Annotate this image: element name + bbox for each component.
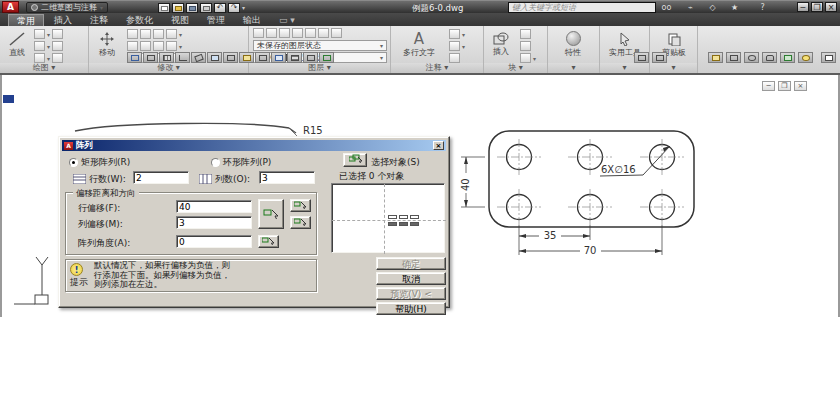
clean-screen-button[interactable] (821, 52, 836, 63)
utilities-panel-caret[interactable]: ▾ (600, 63, 649, 73)
move-button[interactable]: 移动 (92, 28, 122, 61)
app-close-button[interactable]: × (825, 2, 837, 12)
select-objects-pick-button[interactable] (343, 153, 367, 167)
ribbon-minimize-icon[interactable]: ▭ ▾ (271, 14, 303, 26)
drawing-restore-button[interactable]: ❐ (778, 81, 791, 91)
erase-icon[interactable] (127, 41, 138, 51)
polar-tracking-button[interactable] (191, 52, 206, 63)
undo-icon[interactable]: ↶ (214, 3, 226, 13)
block-panel-label[interactable]: 块 ▾ (484, 63, 547, 73)
save-icon[interactable] (186, 3, 198, 13)
app-minimize-button[interactable]: ─ (797, 2, 809, 12)
redo-icon[interactable]: ↷ (228, 3, 240, 13)
create-block-icon[interactable] (520, 29, 531, 39)
properties-button[interactable]: 特性 (552, 27, 594, 62)
edit-block-icon[interactable] (520, 41, 531, 51)
cols-input[interactable]: 3 (259, 171, 315, 184)
qat-caret-icon[interactable]: ▾ (242, 4, 245, 11)
polar-array-radio[interactable]: 环形阵列(P) (211, 156, 271, 169)
lineweight-button[interactable] (287, 52, 302, 63)
circle-tools[interactable]: ▾ (34, 41, 63, 51)
edit-block-tools[interactable] (520, 41, 531, 51)
annotation-autoscale-icon[interactable] (726, 52, 741, 63)
preview-button[interactable]: 预览(V) < (376, 287, 446, 300)
clipboard-panel-caret[interactable]: ▾ (650, 63, 697, 73)
rows-input[interactable]: 2 (133, 171, 189, 184)
search-input[interactable]: 键入关键字或短语 (508, 2, 656, 13)
caret-icon[interactable]: ▾ (47, 55, 50, 62)
draw-panel-label[interactable]: 绘图 ▾ (0, 63, 88, 73)
array-icon[interactable] (166, 29, 177, 39)
leader-tools[interactable]: ▾ (449, 41, 465, 51)
quick-view-drawings-icon[interactable] (652, 52, 667, 63)
fillet-icon[interactable] (140, 41, 151, 51)
select-objects-label[interactable]: 选择对象(S) (371, 156, 420, 169)
isolate-objects-bulb-icon[interactable] (798, 52, 813, 63)
properties-panel-caret[interactable]: ▾ (548, 63, 599, 73)
annotation-panel-label[interactable]: 注释 ▾ (391, 63, 483, 73)
line-button[interactable]: 直线 (3, 28, 31, 61)
infer-constraints-button[interactable] (127, 52, 142, 63)
quick-properties-button[interactable] (319, 52, 334, 63)
drawing-minimize-button[interactable]: ─ (762, 81, 775, 91)
cancel-button[interactable]: 取消 (376, 272, 446, 285)
modify-tools-row2[interactable]: ▾ (127, 41, 182, 51)
create-block-tools[interactable] (520, 29, 531, 39)
app-restore-button[interactable]: ❐ (811, 2, 823, 12)
communication-center-icon[interactable]: ◇ (706, 2, 719, 13)
mirror-icon[interactable] (153, 41, 164, 51)
caret-icon[interactable]: ▾ (47, 43, 50, 50)
attribute-icon[interactable] (520, 53, 531, 63)
open-file-icon[interactable] (172, 3, 184, 13)
help-icon[interactable]: ? (756, 2, 769, 13)
dynamic-ucs-button[interactable] (255, 52, 270, 63)
pick-both-offsets-button[interactable] (258, 199, 284, 229)
dimension-tools[interactable]: ▾ (449, 29, 465, 39)
layers-panel-label[interactable]: 图层 ▾ (249, 63, 390, 73)
help-button[interactable]: 帮助(H) (376, 302, 446, 315)
tab-parametric[interactable]: 参数化 (118, 14, 161, 26)
plot-icon[interactable] (200, 3, 212, 13)
table-tools[interactable] (449, 53, 460, 63)
snap-mode-button[interactable] (143, 52, 158, 63)
layer-prev-icon[interactable] (331, 28, 342, 38)
tab-output[interactable]: 输出 (235, 14, 269, 26)
radio-off-icon[interactable] (211, 158, 220, 167)
ok-button[interactable]: 确定 (376, 257, 446, 270)
favorites-star-icon[interactable]: ★ (728, 2, 741, 13)
ortho-mode-button[interactable] (175, 52, 190, 63)
ellipse-tools[interactable]: ▾ (34, 53, 63, 63)
workspace-switcher[interactable]: 二维草图与注释 ▾ (26, 2, 108, 13)
quick-view-layouts-icon[interactable] (634, 52, 649, 63)
drawing-close-button[interactable]: × (794, 81, 807, 91)
table-icon[interactable] (449, 53, 460, 63)
radio-on-icon[interactable] (69, 158, 78, 167)
arc-icon[interactable] (34, 29, 45, 39)
arc-tools[interactable]: ▾ (34, 29, 63, 39)
caret-icon[interactable]: ▾ (47, 31, 50, 38)
insert-block-button[interactable]: 插入 (486, 27, 516, 62)
toolbar-lock-icon[interactable] (762, 52, 777, 63)
copy-icon[interactable] (127, 29, 138, 39)
grid-display-button[interactable] (159, 52, 174, 63)
tab-insert[interactable]: 插入 (46, 14, 80, 26)
mtext-button[interactable]: A 多行文字 (397, 27, 441, 62)
layer-off-icon[interactable] (266, 28, 277, 38)
dialog-close-icon[interactable]: × (433, 141, 444, 150)
linear-dimension-icon[interactable] (449, 29, 460, 39)
hatch-icon[interactable] (52, 53, 63, 63)
stretch-icon[interactable] (166, 41, 177, 51)
row-offset-input[interactable]: 40 (176, 200, 252, 213)
modify-tools-row1[interactable]: ▾ (127, 29, 182, 39)
transparency-button[interactable] (303, 52, 318, 63)
layer-lock-icon[interactable] (305, 28, 316, 38)
wrench-icon[interactable]: ⌁ (684, 2, 697, 13)
trim-icon[interactable] (153, 29, 164, 39)
search-binoculars-icon[interactable]: oo (660, 2, 673, 13)
layer-tools-row[interactable] (253, 28, 342, 38)
pick-row-offset-button[interactable] (290, 199, 311, 212)
tab-manage[interactable]: 管理 (199, 14, 233, 26)
col-offset-input[interactable]: 3 (176, 216, 252, 229)
workspace-switching-gear-icon[interactable] (744, 52, 759, 63)
annotation-visibility-icon[interactable] (708, 52, 723, 63)
